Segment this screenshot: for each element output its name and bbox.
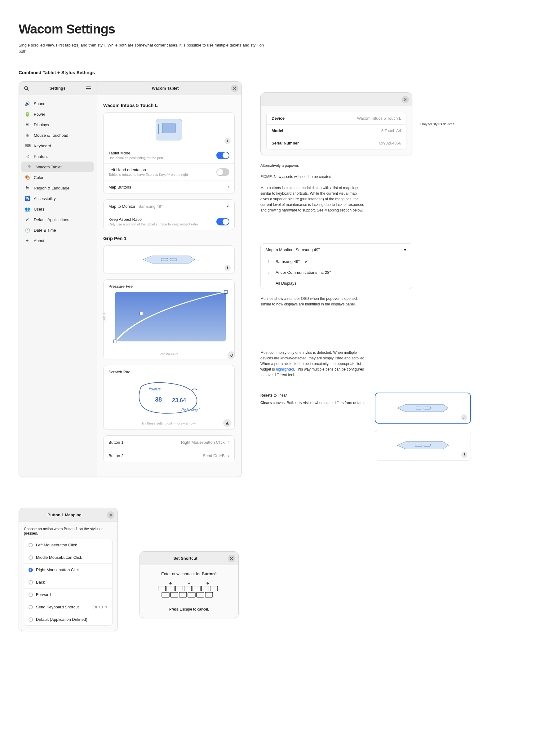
mapping-option[interactable]: Middle Mousebutton Click: [24, 551, 112, 563]
pen-illustration: i: [104, 246, 234, 274]
button-mapping-modal: Button 1 Mapping ✕ Choose an action when…: [19, 508, 118, 631]
keep-aspect-sub: Only use a portion of the tablet surface…: [108, 222, 217, 226]
monitor-option-label: Ancor Communications Inc 28": [276, 270, 331, 275]
map-buttons-row[interactable]: Map Buttons ›: [104, 180, 234, 194]
scratch-hint: Try these setting out — draw an owl!: [104, 420, 234, 429]
pen-button-1-row[interactable]: Button 1 Right Mousebutton Click ›: [104, 436, 234, 449]
power-icon: 🔋: [25, 111, 30, 117]
info-icon[interactable]: i: [461, 452, 467, 458]
map-monitor-dropdown[interactable]: Map to Monitor Samsung 49" ▼: [104, 200, 234, 213]
map-buttons-label: Map Buttons: [108, 185, 228, 190]
close-icon[interactable]: ✕: [402, 96, 409, 103]
svg-rect-23: [175, 586, 183, 591]
page-intro: Single scrolled view. First tablet(s) an…: [19, 42, 273, 54]
map-popover-header[interactable]: Map to Monitor Samsung 49" ▼: [260, 244, 412, 256]
left-hand-label: Left Hand orientation: [108, 168, 217, 172]
info-icon[interactable]: i: [461, 414, 467, 421]
annotation-fixme: FIXME: New assets will need to be create…: [260, 174, 366, 180]
left-hand-sub: Tablet is rotated to have Express Keys™ …: [108, 173, 217, 176]
mapping-option[interactable]: Default (Application Defined): [24, 613, 112, 626]
settings-sidebar: Settings 🔊Sound🔋Power🖥Displays🖱Mouse & T…: [19, 81, 96, 477]
svg-text:Redrawing !: Redrawing !: [181, 408, 200, 411]
monitor-option[interactable]: All Displays: [261, 278, 412, 289]
pen-list-item[interactable]: i: [375, 430, 471, 461]
sidebar-item-sound[interactable]: 🔊Sound: [19, 98, 96, 109]
radio-icon: [28, 618, 33, 622]
sidebar-item-power[interactable]: 🔋Power: [19, 109, 96, 119]
sidebar-item-mouse-touchpad[interactable]: 🖱Mouse & Touchpad: [19, 130, 96, 141]
sidebar-item-printers[interactable]: 🖨Printers: [19, 151, 96, 161]
svg-point-0: [25, 86, 28, 90]
pen-name-heading: Grip Pen 1: [103, 236, 235, 241]
pen-card: i: [103, 245, 235, 274]
mapping-option[interactable]: Back: [24, 576, 112, 588]
settings-window: Settings 🔊Sound🔋Power🖥Displays🖱Mouse & T…: [19, 81, 242, 477]
pen-button-2-row[interactable]: Button 2 Send Ctrl+B ›: [104, 449, 234, 462]
svg-text:38: 38: [155, 396, 162, 403]
hamburger-icon[interactable]: [84, 84, 93, 93]
pen-button-2-value: Send Ctrl+B: [203, 453, 224, 458]
sidebar-item-label: Mouse & Touchpad: [34, 133, 68, 138]
sidebar-item-label: Wacom Tablet: [36, 165, 62, 169]
sidebar-item-region-language[interactable]: ⚑Region & Language: [19, 183, 96, 193]
sidebar-item-keyboard[interactable]: ⌨Keyboard: [19, 141, 96, 151]
tablet-mode-sub: Use absolute positioning for the pen: [108, 156, 217, 160]
keep-aspect-toggle[interactable]: [217, 218, 229, 225]
monitor-option-number: 2: [268, 270, 272, 275]
reset-curve-button[interactable]: ↺: [228, 351, 235, 359]
close-icon[interactable]: ✕: [228, 555, 235, 562]
sidebar-item-label: Power: [34, 112, 45, 117]
info-icon[interactable]: i: [224, 138, 231, 144]
tablet-mode-toggle[interactable]: [217, 152, 229, 159]
close-icon[interactable]: ✕: [107, 511, 115, 519]
sidebar-item-label: Keyboard: [34, 144, 51, 148]
sidebar-item-color[interactable]: 🎨Color: [19, 172, 96, 183]
mapping-option[interactable]: Left Mousebutton Click: [24, 539, 112, 551]
sidebar-item-label: Sound: [34, 101, 46, 106]
sidebar-item-label: Date & Time: [34, 228, 56, 232]
edit-icon[interactable]: ✎: [105, 605, 108, 609]
mapping-option[interactable]: Forward: [24, 588, 112, 601]
clear-canvas-button[interactable]: [223, 419, 231, 427]
pen-buttons-card: Button 1 Right Mousebutton Click › Butto…: [103, 435, 235, 462]
curve-start-handle[interactable]: [113, 339, 117, 343]
monitor-option[interactable]: 2Ancor Communications Inc 28": [261, 267, 412, 278]
device-row-model: Model 5 Touch A4: [267, 124, 406, 137]
scratch-canvas[interactable]: flowers 38 23.64 Redrawing !: [108, 377, 230, 418]
sidebar-item-label: Region & Language: [34, 186, 70, 191]
printers-icon: 🖨: [25, 154, 30, 159]
pressure-curve[interactable]: [115, 292, 226, 342]
sidebar-item-about[interactable]: ✦About: [19, 235, 96, 246]
annotation-map-buttons: Map buttons is a simple modal dialog wit…: [260, 185, 366, 213]
caret-down-icon: ▼: [226, 205, 229, 208]
search-icon[interactable]: [22, 84, 31, 93]
mapping-option[interactable]: Send Keyboard ShorcutCtrl+B✎: [24, 601, 112, 613]
sidebar-item-date-time[interactable]: 🕒Date & Time: [19, 225, 96, 235]
mapping-option[interactable]: Right Mousebutton Click: [24, 563, 112, 576]
tablet-mode-row: Tablet Mode Use absolute positioning for…: [104, 147, 234, 163]
sidebar-item-label: Users: [34, 207, 44, 211]
radio-icon: [28, 568, 33, 572]
sidebar-item-wacom-tablet[interactable]: ✎Wacom Tablet: [21, 161, 94, 172]
sidebar-item-accessibility[interactable]: ♿Accessibility: [19, 193, 96, 204]
sidebar-item-label: Default Applications: [34, 217, 69, 222]
mapping-option-label: Middle Mousebutton Click: [36, 555, 82, 560]
curve-end-handle[interactable]: [224, 290, 228, 294]
svg-line-1: [27, 89, 28, 91]
left-hand-toggle[interactable]: [217, 168, 229, 176]
mapping-options-list: Left Mousebutton ClickMiddle Mousebutton…: [24, 539, 112, 626]
sidebar-item-displays[interactable]: 🖥Displays: [19, 119, 96, 130]
svg-rect-25: [193, 586, 200, 591]
left-hand-row: Left Hand orientation Tablet is rotated …: [104, 163, 234, 180]
highlighted-link[interactable]: highlighted: [276, 367, 294, 372]
annotation-clears: Clears canvas. Both only visible when st…: [260, 400, 365, 406]
info-icon[interactable]: i: [224, 265, 231, 271]
monitor-option[interactable]: 1Samsung 49"✔: [261, 256, 412, 267]
sidebar-item-users[interactable]: 👥Users: [19, 204, 96, 214]
sidebar-item-default-applications[interactable]: ✔Default Applications: [19, 214, 96, 225]
chevron-right-icon: ›: [228, 453, 229, 458]
pen-list-item-active[interactable]: i: [375, 393, 471, 424]
scratch-title: Scratch Pad: [104, 365, 234, 376]
curve-mid-handle[interactable]: [140, 312, 143, 316]
close-icon[interactable]: ✕: [231, 85, 238, 92]
